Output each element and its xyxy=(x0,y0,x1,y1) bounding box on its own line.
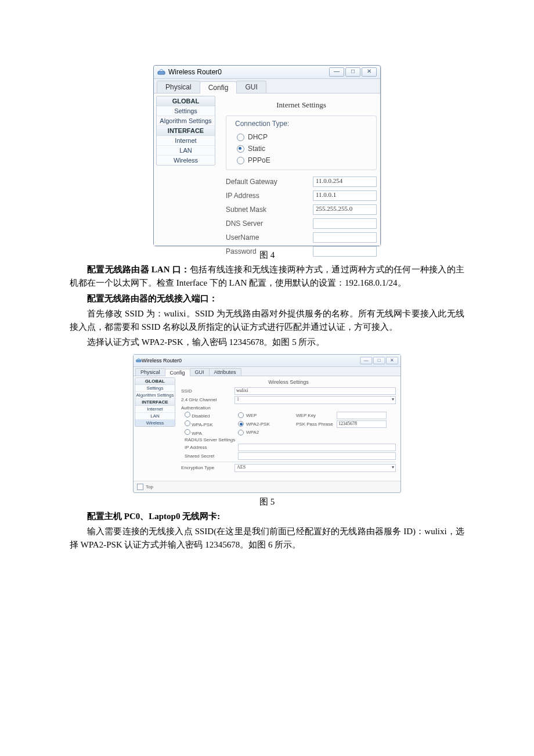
tab-config[interactable]: Config xyxy=(165,369,190,376)
radio-wpa-label: WPA xyxy=(192,431,202,436)
radio-wpa-psk[interactable] xyxy=(185,420,190,426)
sidebar-item-algorithm[interactable]: Algorithm Settings xyxy=(157,116,215,126)
radius-secret-label: Shared Secret xyxy=(181,453,238,459)
radius-ip-input[interactable] xyxy=(238,444,396,451)
channel-label: 2.4 GHz Channel xyxy=(181,397,234,402)
sidebar-item-algorithm[interactable]: Algorithm Settings xyxy=(135,392,175,399)
user-input[interactable] xyxy=(313,232,377,243)
figure5-caption: 图 5 xyxy=(70,493,464,510)
window-title: Wireless Router0 xyxy=(168,68,222,76)
radio-pppoe[interactable] xyxy=(237,157,244,164)
config-sidebar: GLOBAL Settings Algorithm Settings INTER… xyxy=(154,93,218,246)
sidebar-global-header: GLOBAL xyxy=(135,378,175,385)
radio-wpa-psk-label: WPA-PSK xyxy=(192,422,212,427)
mask-input[interactable]: 255.255.255.0 xyxy=(313,204,377,215)
radio-static[interactable] xyxy=(237,145,244,153)
paragraph-host-config-heading: 配置主机 PC0、Laptop0 无线网卡: xyxy=(70,510,464,523)
ip-label: IP Address xyxy=(226,192,313,200)
sidebar-item-wireless[interactable]: Wireless xyxy=(157,156,215,165)
psk-label: PSK Pass Phrase xyxy=(296,422,337,427)
minimize-button[interactable]: — xyxy=(329,67,344,77)
dns-label: DNS Server xyxy=(226,219,313,228)
tab-physical[interactable]: Physical xyxy=(157,81,200,93)
radio-pppoe-label: PPPoE xyxy=(248,156,270,164)
radio-wpa2-label: WPA2 xyxy=(246,430,259,435)
paragraph-wireless-port-heading: 配置无线路由器的无线接入端口： xyxy=(70,292,464,305)
radio-dhcp[interactable] xyxy=(237,134,244,141)
radio-wpa2-psk-label: WPA2-PSK xyxy=(246,422,270,427)
paragraph-ssid: 首先修改 SSID 为：wulixi。SSID 为无线路由器对外提供服务的名称。… xyxy=(70,307,464,334)
ssid-input[interactable]: wulixi xyxy=(234,387,396,395)
panel-title: Internet Settings xyxy=(226,97,377,116)
user-label: UserName xyxy=(226,233,313,242)
sidebar-interface-header: INTERFACE xyxy=(157,126,215,136)
paragraph-host-config-body: 输入需要连接的无线接入点 SSID(在这里是我们前面已经配置好的无线路由器服务 … xyxy=(70,525,464,552)
router-config-window: Wireless Router0 — □ ✕ Physical Config G… xyxy=(153,65,381,246)
sidebar-item-lan[interactable]: LAN xyxy=(157,146,215,156)
paragraph-wpa2: 选择认证方式 WPA2-PSK，输入密码 12345678。如图 5 所示。 xyxy=(70,336,464,349)
mask-label: Subnet Mask xyxy=(226,206,313,214)
svg-rect-1 xyxy=(136,360,142,362)
tab-physical[interactable]: Physical xyxy=(135,368,165,376)
wep-key-input[interactable] xyxy=(337,412,387,419)
gw-input[interactable]: 11.0.0.254 xyxy=(313,177,377,187)
pass-input[interactable] xyxy=(313,246,377,257)
ip-input[interactable]: 11.0.0.1 xyxy=(313,190,377,201)
wep-key-label: WEP Key xyxy=(296,413,337,418)
panel-title: Wireless Settings xyxy=(181,379,396,387)
connection-type-legend: Connection Type: xyxy=(233,120,291,128)
sidebar-item-settings[interactable]: Settings xyxy=(135,385,175,392)
top-label: Top xyxy=(146,484,153,489)
internet-settings-panel: Internet Settings Connection Type: DHCP … xyxy=(218,93,385,246)
sidebar-item-internet[interactable]: Internet xyxy=(157,136,215,146)
minimize-button[interactable]: — xyxy=(360,357,372,364)
main-tabs: Physical Config GUI xyxy=(154,79,380,93)
sidebar-global-header: GLOBAL xyxy=(157,96,215,106)
window-titlebar[interactable]: Wireless Router0 — □ ✕ xyxy=(154,66,380,79)
channel-select[interactable]: 1 xyxy=(234,396,396,404)
radio-static-label: Static xyxy=(248,145,265,153)
radius-label: RADIUS Server Settings xyxy=(181,437,235,442)
tab-config[interactable]: Config xyxy=(200,81,237,93)
window-title: Wireless Router0 xyxy=(142,358,182,363)
radio-wep-label: WEP xyxy=(246,413,257,418)
close-button[interactable]: ✕ xyxy=(362,67,377,77)
sidebar-interface-header: INTERFACE xyxy=(135,399,175,406)
wireless-settings-panel: Wireless Settings SSIDwulixi 2.4 GHz Cha… xyxy=(176,376,400,481)
radio-dhcp-label: DHCP xyxy=(248,133,268,141)
radio-wep[interactable] xyxy=(238,412,244,418)
config-sidebar: GLOBAL Settings Algorithm Settings INTER… xyxy=(134,376,176,481)
router-icon xyxy=(136,358,142,363)
close-button[interactable]: ✕ xyxy=(386,357,398,364)
enc-select[interactable]: AES xyxy=(234,464,396,472)
sidebar-item-wireless[interactable]: Wireless xyxy=(135,420,175,426)
wireless-settings-window: Wireless Router0 — □ ✕ Physical Config G… xyxy=(133,354,401,493)
auth-label: Authentication xyxy=(181,405,234,411)
sidebar-item-lan[interactable]: LAN xyxy=(135,413,175,420)
bottom-bar: Top xyxy=(134,481,400,492)
window-titlebar[interactable]: Wireless Router0 — □ ✕ xyxy=(134,355,400,367)
top-checkbox[interactable] xyxy=(137,484,143,490)
dns-input[interactable] xyxy=(313,218,377,229)
radio-wpa2-psk[interactable] xyxy=(238,421,244,427)
tab-attributes[interactable]: Attributes xyxy=(209,368,241,376)
radio-wpa[interactable] xyxy=(185,429,190,435)
svg-rect-0 xyxy=(158,71,165,74)
maximize-button[interactable]: □ xyxy=(345,67,360,77)
radius-ip-label: IP Address xyxy=(181,445,238,450)
radio-disabled-label: Disabled xyxy=(192,413,210,419)
radio-disabled[interactable] xyxy=(185,412,190,417)
maximize-button[interactable]: □ xyxy=(373,357,385,364)
enc-label: Encryption Type xyxy=(181,465,234,470)
gw-label: Default Gateway xyxy=(226,178,313,186)
sidebar-item-internet[interactable]: Internet xyxy=(135,406,175,413)
tab-gui[interactable]: GUI xyxy=(190,368,210,376)
psk-input[interactable]: 12345678 xyxy=(337,420,387,428)
radius-secret-input[interactable] xyxy=(238,452,396,460)
ssid-label: SSID xyxy=(181,388,234,394)
radio-wpa2[interactable] xyxy=(238,430,244,435)
sidebar-item-settings[interactable]: Settings xyxy=(157,106,215,116)
paragraph-lan-config: 配置无线路由器 LAN 口：包括有线连接和无线连接两种方式，通过两种方式的任何一… xyxy=(70,263,464,290)
router-icon xyxy=(157,69,165,75)
tab-gui[interactable]: GUI xyxy=(236,81,266,93)
